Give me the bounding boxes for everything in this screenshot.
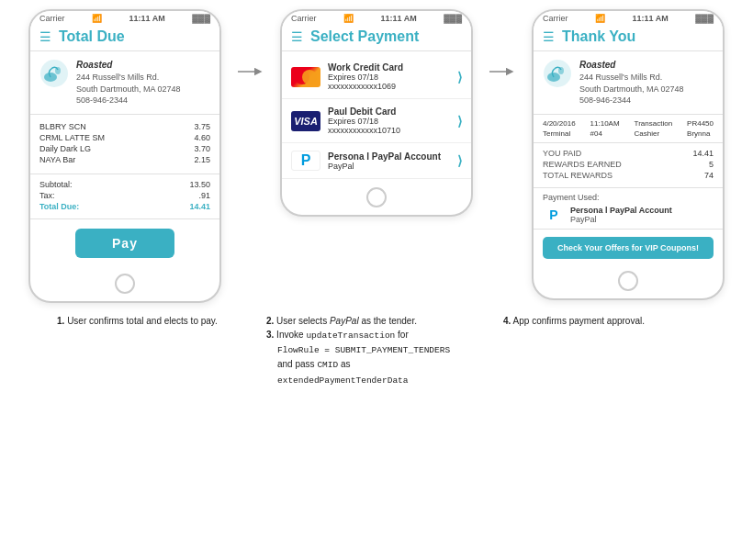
item-4: NAYA Bar 2.15 <box>39 155 210 164</box>
cashier-value: Brynna <box>687 129 714 138</box>
menu-icon-3[interactable]: ☰ <box>543 30 555 43</box>
transaction-time: 11:10AM <box>590 119 620 128</box>
wifi-icon-2: 📶 <box>343 14 354 23</box>
phone-thank-you: Carrier 📶 11:11 AM ▓▓▓ ☰ Thank You Roast… <box>532 9 725 300</box>
status-bar-1: Carrier 📶 11:11 AM ▓▓▓ <box>30 11 219 25</box>
battery-1: ▓▓▓ <box>192 14 210 23</box>
header-total-due: ☰ Total Due <box>30 25 219 51</box>
subtotal-label: Subtotal: <box>39 180 73 189</box>
wifi-icon-3: 📶 <box>595 14 605 23</box>
store-info-1: Roasted 244 Russell's Mills Rd. South Da… <box>30 51 219 115</box>
rewards-section: YOU PAID 14.41 REWARDS EARNED 5 TOTAL RE… <box>534 143 723 188</box>
mastercard-icon <box>291 67 320 87</box>
store-address2-3: South Dartmouth, MA 02748 <box>579 84 684 95</box>
home-circle-1[interactable] <box>115 274 135 294</box>
terminal-label: Terminal <box>543 129 576 138</box>
caption-1-text: User confirms total and elects to pay. <box>67 316 218 326</box>
pay-button[interactable]: Pay <box>75 229 174 258</box>
item-price-4: 2.15 <box>194 155 210 164</box>
rewards-earned-label: REWARDS EARNED <box>543 160 622 169</box>
rewards-earned-value: 5 <box>709 160 714 169</box>
phones-wrapper: Carrier 📶 11:11 AM ▓▓▓ ☰ Total Due Roast… <box>28 9 725 303</box>
menu-icon-1[interactable]: ☰ <box>39 30 51 43</box>
total-rewards-value: 74 <box>704 171 714 180</box>
payment-used-section: Payment Used: P Persona l PayPal Account… <box>534 188 723 230</box>
store-address1-1: 244 Russell's Mills Rd. <box>76 72 181 84</box>
paypal-name: Persona l PayPal Account <box>328 151 450 162</box>
store-address2-1: South Dartmouth, MA 02748 <box>76 84 181 95</box>
mc-chevron: ⟩ <box>457 70 462 84</box>
store-logo-1 <box>39 59 69 88</box>
subtotal-value: 13.50 <box>189 180 210 189</box>
home-circle-2[interactable] <box>366 187 387 207</box>
header-thank-you: ☰ Thank You <box>534 25 723 51</box>
caption-2: 2. User selects PayPal as the tender. 3.… <box>266 314 487 387</box>
item-3: Daily Dark LG 3.70 <box>39 144 210 153</box>
payment-used-title: Payment Used: <box>543 193 714 202</box>
paypal-icon: P <box>291 151 320 171</box>
payment-item-mc[interactable]: Work Credit Card Expires 07/18 xxxxxxxxx… <box>282 55 471 99</box>
item-name-4: NAYA Bar <box>39 155 75 164</box>
visa-chevron: ⟩ <box>457 114 462 129</box>
paypal-details: Persona l PayPal Account PayPal <box>328 151 450 171</box>
header-select-payment: ☰ Select Payment <box>282 25 471 51</box>
total-value: 14.41 <box>189 202 210 211</box>
home-button-1[interactable] <box>30 269 219 301</box>
svg-point-9 <box>558 67 564 74</box>
payment-item-visa[interactable]: VISA Paul Debit Card Expires 07/18 xxxxx… <box>282 99 471 143</box>
paypal-subtitle: PayPal <box>328 162 450 171</box>
caption-3: 4. App confirms payment approval. <box>503 314 696 387</box>
item-2: CRML LATTE SM 4.60 <box>39 133 210 142</box>
total-label: Total Due: <box>39 202 79 211</box>
visa-number: xxxxxxxxxxxx10710 <box>328 126 450 135</box>
arrow-1 <box>238 64 264 79</box>
time-1: 11:11 AM <box>129 14 165 23</box>
svg-point-2 <box>55 67 61 74</box>
body-total-due: Roasted 244 Russell's Mills Rd. South Da… <box>30 51 219 269</box>
receipt-totals: Subtotal: 13.50 Tax: .91 Total Due: 14.4… <box>30 174 219 219</box>
payment-used-item: P Persona l PayPal Account PayPal <box>543 206 714 224</box>
mc-number: xxxxxxxxxxxx1069 <box>328 82 450 91</box>
total-rewards-label: TOTAL REWARDS <box>543 171 613 180</box>
visa-expires: Expires 07/18 <box>328 117 450 126</box>
home-button-2[interactable] <box>282 183 471 215</box>
phone-select-payment: Carrier 📶 11:11 AM ▓▓▓ ☰ Select Payment <box>280 9 473 217</box>
arrow-2 <box>489 64 515 79</box>
tax-value: .91 <box>198 191 210 200</box>
caption-2-line1: 2. User selects PayPal as the tender. <box>266 314 487 328</box>
store-name-1: Roasted <box>76 59 181 72</box>
caption-1-num: 1. <box>57 316 64 326</box>
mc-details: Work Credit Card Expires 07/18 xxxxxxxxx… <box>328 62 450 91</box>
store-logo-3 <box>543 59 572 88</box>
total-row: Total Due: 14.41 <box>39 202 210 211</box>
caption-2-line2: 3. Invoke updateTransaction for <box>266 328 487 342</box>
visa-name: Paul Debit Card <box>328 106 450 117</box>
store-details-3: Roasted 244 Russell's Mills Rd. South Da… <box>579 59 684 106</box>
mc-name: Work Credit Card <box>328 62 450 73</box>
caption-3-text: App confirms payment approval. <box>513 316 645 326</box>
item-price-3: 3.70 <box>194 144 210 153</box>
transaction-info: 4/20/2016 Terminal 11:10AM #04 Transacti… <box>534 115 723 143</box>
title-thank-you: Thank You <box>562 28 635 45</box>
payment-item-paypal[interactable]: P Persona l PayPal Account PayPal ⟩ <box>282 143 471 179</box>
body-select-payment: Work Credit Card Expires 07/18 xxxxxxxxx… <box>282 51 471 183</box>
menu-icon-2[interactable]: ☰ <box>291 30 303 43</box>
store-name-3: Roasted <box>579 59 684 72</box>
time-3: 11:11 AM <box>633 14 669 23</box>
tax-label: Tax: <box>39 191 55 200</box>
caption-2-line3: FlowRule = SUBMIT_PAYMENT_TENDERS <box>266 342 487 357</box>
phone-total-due: Carrier 📶 11:11 AM ▓▓▓ ☰ Total Due Roast… <box>28 9 221 303</box>
status-bar-2: Carrier 📶 11:11 AM ▓▓▓ <box>282 11 471 25</box>
transaction-date-col: 4/20/2016 Terminal <box>543 119 576 138</box>
vip-button[interactable]: Check Your Offers for VIP Coupons! <box>543 237 714 259</box>
store-address1-3: 244 Russell's Mills Rd. <box>579 72 684 84</box>
home-button-3[interactable] <box>534 266 723 298</box>
home-circle-3[interactable] <box>618 271 638 291</box>
carrier-1: Carrier <box>39 14 65 23</box>
battery-3: ▓▓▓ <box>695 14 714 23</box>
arrow-1-container <box>238 64 264 79</box>
time-2: 11:11 AM <box>381 14 417 23</box>
store-phone-3: 508-946-2344 <box>579 95 684 106</box>
caption-3-num: 4. <box>503 316 511 326</box>
pay-button-area: Pay <box>30 219 219 269</box>
